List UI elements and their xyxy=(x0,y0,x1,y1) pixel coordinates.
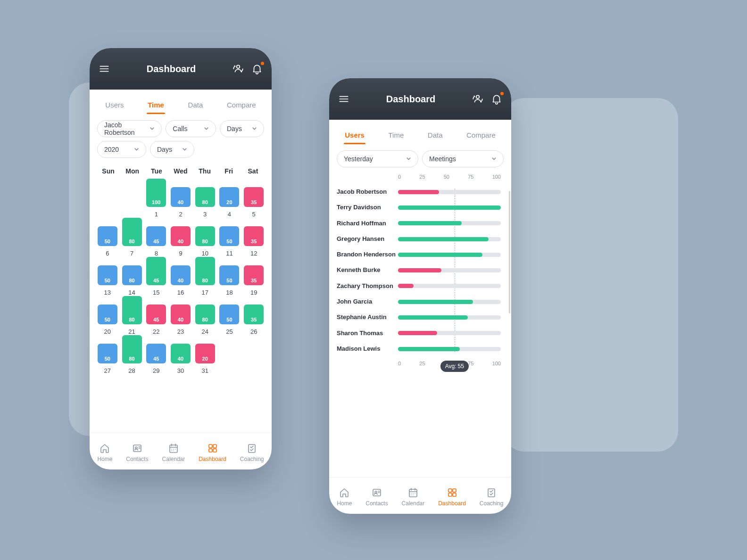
calendar-cell[interactable]: 355 xyxy=(242,187,265,218)
calendar-cell[interactable]: 5011 xyxy=(218,226,241,257)
metric-block: 80 xyxy=(122,296,142,324)
switch-user-icon[interactable] xyxy=(232,63,244,75)
chevron-down-icon xyxy=(252,125,257,132)
filter-unit1[interactable]: Days xyxy=(220,120,264,137)
nav-home[interactable]: Home xyxy=(337,487,352,507)
day-number: 11 xyxy=(226,250,232,257)
tab-time[interactable]: Time xyxy=(147,99,165,114)
svg-rect-17 xyxy=(488,489,495,497)
metric-block: 80 xyxy=(122,265,142,285)
day-number: 20 xyxy=(104,328,111,335)
user-row[interactable]: Stephanie Austin xyxy=(337,314,504,321)
tab-data[interactable]: Data xyxy=(427,129,444,144)
calendar-cell[interactable]: 5013 xyxy=(96,265,119,296)
calendar-cell[interactable]: 803 xyxy=(194,187,216,218)
tab-users[interactable]: Users xyxy=(344,129,365,144)
calendar-cell[interactable]: 5027 xyxy=(96,344,119,374)
nav-label: Contacts xyxy=(126,456,148,462)
calendar-cell[interactable] xyxy=(121,187,143,218)
calendar-cell[interactable]: 204 xyxy=(218,187,241,218)
metric-block: 80 xyxy=(122,335,142,363)
user-row[interactable]: John Garcia xyxy=(337,298,504,305)
bell-icon[interactable] xyxy=(251,63,263,75)
filter-metric[interactable]: Meetings xyxy=(422,150,504,167)
calendar-cell[interactable]: 8024 xyxy=(194,305,216,335)
calendar-cell[interactable] xyxy=(242,344,265,374)
user-row[interactable]: Kenneth Burke xyxy=(337,267,504,273)
switch-user-icon[interactable] xyxy=(472,93,484,105)
filter-metric[interactable]: Calls xyxy=(166,120,216,137)
nav-home[interactable]: Home xyxy=(97,443,112,462)
calendar-cell[interactable]: 8017 xyxy=(194,265,216,296)
metric-block: 80 xyxy=(195,257,215,285)
calendar-cell[interactable]: 3519 xyxy=(242,265,265,296)
calendar-cell[interactable]: 2031 xyxy=(194,344,216,374)
filter-year[interactable]: 2020 xyxy=(97,141,146,158)
bell-icon[interactable] xyxy=(490,93,503,105)
calendar-cell[interactable]: 5018 xyxy=(218,265,241,296)
tab-time[interactable]: Time xyxy=(388,129,405,144)
bar-fill xyxy=(398,237,489,241)
tab-data[interactable]: Data xyxy=(187,99,204,114)
nav-calendar[interactable]: Calendar xyxy=(402,487,425,507)
calendar-cell[interactable] xyxy=(96,187,119,218)
filter-unit2[interactable]: Days xyxy=(150,141,194,158)
calendar-cell[interactable] xyxy=(218,344,241,374)
nav-coaching[interactable]: Coaching xyxy=(240,443,264,462)
axis-tick: 50 xyxy=(444,174,449,180)
day-number: 24 xyxy=(201,328,208,335)
chevron-down-icon xyxy=(406,155,411,163)
calendar-cell[interactable]: 4030 xyxy=(169,344,192,374)
user-row[interactable]: Richard Hoffman xyxy=(337,220,504,227)
user-row[interactable]: Gregory Hansen xyxy=(337,236,504,242)
calendar-cell[interactable]: 8010 xyxy=(194,226,216,257)
calendar-cell[interactable]: 4529 xyxy=(145,344,167,374)
calendar-cell[interactable]: 4522 xyxy=(145,305,167,335)
calendar-cell[interactable]: 402 xyxy=(169,187,192,218)
calendar-cell[interactable]: 3526 xyxy=(242,305,265,335)
user-row[interactable]: Terry Davidson xyxy=(337,204,504,211)
user-name: Madison Lewis xyxy=(337,346,398,352)
user-row[interactable]: Madison Lewis xyxy=(337,346,504,352)
metric-block: 40 xyxy=(171,187,191,207)
calendar-cell[interactable]: 506 xyxy=(96,226,119,257)
day-number: 16 xyxy=(177,289,184,296)
user-row[interactable]: Jacob Robertson xyxy=(337,189,504,195)
calendar-cell[interactable]: 1001 xyxy=(145,187,167,218)
nav-dashboard[interactable]: Dashboard xyxy=(199,443,226,462)
nav-label: Dashboard xyxy=(199,456,226,462)
scrollbar[interactable] xyxy=(509,191,510,313)
calendar-cell[interactable]: 409 xyxy=(169,226,192,257)
nav-contacts[interactable]: Contacts xyxy=(365,487,388,507)
filter-user[interactable]: Jacob Robertson xyxy=(97,120,162,137)
calendar-cell[interactable]: 5020 xyxy=(96,305,119,335)
user-row[interactable]: Brandon Henderson xyxy=(337,251,504,258)
user-name: Zachary Thompson xyxy=(337,283,398,289)
nav-label: Coaching xyxy=(480,500,504,507)
calendar-cell[interactable]: 5025 xyxy=(218,305,241,335)
menu-icon[interactable] xyxy=(98,63,110,75)
nav-dashboard[interactable]: Dashboard xyxy=(438,487,466,507)
calendar-cell[interactable]: 4515 xyxy=(145,265,167,296)
user-row[interactable]: Sharon Thomas xyxy=(337,330,504,337)
calendar-cell[interactable]: 4016 xyxy=(169,265,192,296)
calendar-cell[interactable]: 3512 xyxy=(242,226,265,257)
calendar-cell[interactable]: 8014 xyxy=(121,265,143,296)
nav-coaching[interactable]: Coaching xyxy=(480,487,504,507)
metric-block: 45 xyxy=(146,305,166,324)
nav-contacts[interactable]: Contacts xyxy=(126,443,148,462)
calendar-cell[interactable]: 807 xyxy=(121,226,143,257)
filter-range[interactable]: Yesterday xyxy=(337,150,418,167)
tab-users[interactable]: Users xyxy=(104,99,124,114)
calendar-day-headers: SunMonTueWedThuFriSat xyxy=(90,163,272,178)
calendar-cell[interactable]: 4023 xyxy=(169,305,192,335)
tab-compare[interactable]: Compare xyxy=(226,99,257,114)
calendar-cell[interactable]: 8021 xyxy=(121,305,143,335)
tab-compare[interactable]: Compare xyxy=(465,129,497,144)
menu-icon[interactable] xyxy=(338,93,350,105)
user-row[interactable]: Zachary Thompson xyxy=(337,283,504,289)
nav-calendar[interactable]: Calendar xyxy=(162,443,185,462)
calendar-cell[interactable]: 8028 xyxy=(121,344,143,374)
bar-fill xyxy=(398,347,460,351)
calendar-cell[interactable]: 458 xyxy=(145,226,167,257)
